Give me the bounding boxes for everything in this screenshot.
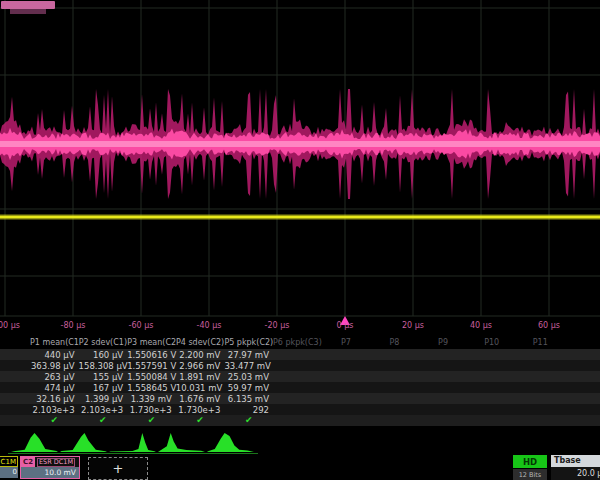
- histicon-p4[interactable]: [157, 431, 206, 453]
- meas-column-header[interactable]: P6 pkpk(C3): [273, 338, 322, 347]
- time-axis-label: 0 µs: [337, 321, 354, 330]
- time-axis-label: -20 µs: [265, 321, 290, 330]
- meas-cell: 1.557591 V: [127, 361, 176, 371]
- meas-cell: 292: [224, 405, 273, 415]
- c2-trace-annotation-badge: [1, 1, 55, 9]
- meas-status-check: ✔: [127, 415, 176, 426]
- meas-column-header[interactable]: P7: [322, 338, 371, 347]
- meas-cell: 32.16 µV: [30, 394, 79, 404]
- timebase-title: Tbase: [551, 455, 600, 467]
- meas-cell: 27.97 mV: [224, 350, 273, 360]
- meas-cell: 167 µV: [79, 383, 128, 393]
- meas-cell: 2.966 mV: [176, 361, 225, 371]
- oscilloscope-screen: -100 µs-80 µs-60 µs-40 µs-20 µs0 µs20 µs…: [0, 0, 600, 480]
- meas-column-header[interactable]: P9: [419, 338, 468, 347]
- meas-status-check: ✔: [79, 415, 128, 426]
- time-axis-label: -60 µs: [129, 321, 154, 330]
- channel-c1-descriptor[interactable]: C1M 0 mV: [0, 456, 18, 479]
- meas-stat-row: 2.103e+32.103e+31.730e+31.730e+3292: [0, 404, 600, 415]
- meas-cell: 1.550084 V: [127, 372, 176, 382]
- meas-column-header[interactable]: P1 mean(C1): [30, 338, 79, 347]
- meas-cell: 1.730e+3: [127, 405, 176, 415]
- histicon-strip: [0, 431, 600, 456]
- meas-cell: 2.200 mV: [176, 350, 225, 360]
- meas-status-check: ✔: [30, 415, 79, 426]
- meas-stat-row: 474 µV167 µV1.558645 V10.031 mV59.97 mV: [0, 382, 600, 393]
- meas-cell: 363.98 µV: [30, 361, 79, 371]
- meas-cell: 155 µV: [79, 372, 128, 382]
- meas-column-header[interactable]: P2 sdev(C1): [79, 338, 128, 347]
- time-axis-label: -80 µs: [61, 321, 86, 330]
- meas-cell: 1.676 mV: [176, 394, 225, 404]
- time-axis: -100 µs-80 µs-60 µs-40 µs-20 µs0 µs20 µs…: [0, 317, 600, 333]
- c1-coupling-label: C1M: [0, 456, 18, 467]
- meas-status-check: ✔: [176, 415, 225, 426]
- meas-cell: 1.550616 V: [127, 350, 176, 360]
- time-axis-label: 20 µs: [402, 321, 424, 330]
- c1-scale-value: 0 mV: [0, 467, 18, 478]
- time-axis-label: 40 µs: [470, 321, 492, 330]
- meas-cell: 1.399 µV: [79, 394, 128, 404]
- meas-cell: 2.103e+3: [30, 405, 79, 415]
- meas-cell: 1.339 mV: [127, 394, 176, 404]
- meas-stat-row: 363.98 µV158.308 µV1.557591 V2.966 mV33.…: [0, 360, 600, 371]
- meas-status-check: ✔: [224, 415, 273, 426]
- c2-channel-badge: C2: [21, 457, 35, 467]
- waveform-svg: [0, 0, 600, 332]
- meas-column-header[interactable]: P5 pkpk(C2): [224, 338, 273, 347]
- meas-cell: 59.97 mV: [224, 383, 273, 393]
- c2-trace-annotation-badge-line2: [10, 9, 46, 14]
- meas-cell: 160 µV: [79, 350, 128, 360]
- histicon-p1[interactable]: [10, 431, 59, 453]
- meas-cell: 25.03 mV: [224, 372, 273, 382]
- time-axis-label: -100 µs: [0, 321, 20, 330]
- meas-cell: 1.558645 V: [127, 383, 176, 393]
- timebase-descriptor[interactable]: Tbase 20.0 µ: [551, 455, 600, 480]
- meas-column-header[interactable]: P3 mean(C2): [127, 338, 176, 347]
- time-axis-label: -40 µs: [197, 321, 222, 330]
- hd-mode-badge[interactable]: HD: [513, 455, 547, 468]
- histicon-p3[interactable]: [108, 431, 157, 453]
- meas-cell: 2.103e+3: [79, 405, 128, 415]
- channel-c2-descriptor[interactable]: C2 ESR DC1M 10.0 mV: [20, 456, 80, 479]
- meas-cell: 33.477 mV: [224, 361, 273, 371]
- meas-column-header[interactable]: P4 sdev(C2): [176, 338, 225, 347]
- meas-cell: 10.031 mV: [176, 383, 225, 393]
- time-axis-label: 60 µs: [538, 321, 560, 330]
- meas-column-header[interactable]: P10: [467, 338, 516, 347]
- c2-coupling-label: ESR DC1M: [37, 458, 75, 467]
- meas-stat-row: 440 µV160 µV1.550616 V2.200 mV27.97 mV: [0, 349, 600, 360]
- timebase-value: 20.0 µ: [551, 467, 600, 480]
- histicon-p5[interactable]: [206, 431, 255, 453]
- meas-cell: 6.135 mV: [224, 394, 273, 404]
- meas-cell: 158.308 µV: [79, 361, 128, 371]
- add-trace-button[interactable]: +: [88, 457, 148, 480]
- measurement-table: P1 mean(C1)P2 sdev(C1)P3 mean(C2)P4 sdev…: [0, 336, 600, 426]
- meas-column-header[interactable]: P8: [370, 338, 419, 347]
- meas-cell: 474 µV: [30, 383, 79, 393]
- meas-cell: 1.730e+3: [176, 405, 225, 415]
- histicon-p2[interactable]: [59, 431, 108, 453]
- hd-bits-label: 12 Bits: [513, 469, 547, 480]
- meas-cell: 263 µV: [30, 372, 79, 382]
- waveform-grid[interactable]: [0, 0, 600, 332]
- c2-scale-value: 10.0 mV: [21, 467, 79, 478]
- meas-stat-row: 32.16 µV1.399 µV1.339 mV1.676 mV6.135 mV: [0, 393, 600, 404]
- meas-column-header[interactable]: P11: [516, 338, 565, 347]
- meas-status-row: ✔✔✔✔✔: [0, 415, 600, 426]
- meas-cell: 1.891 mV: [176, 372, 225, 382]
- meas-cell: 440 µV: [30, 350, 79, 360]
- meas-stat-row: 263 µV155 µV1.550084 V1.891 mV25.03 mV: [0, 371, 600, 382]
